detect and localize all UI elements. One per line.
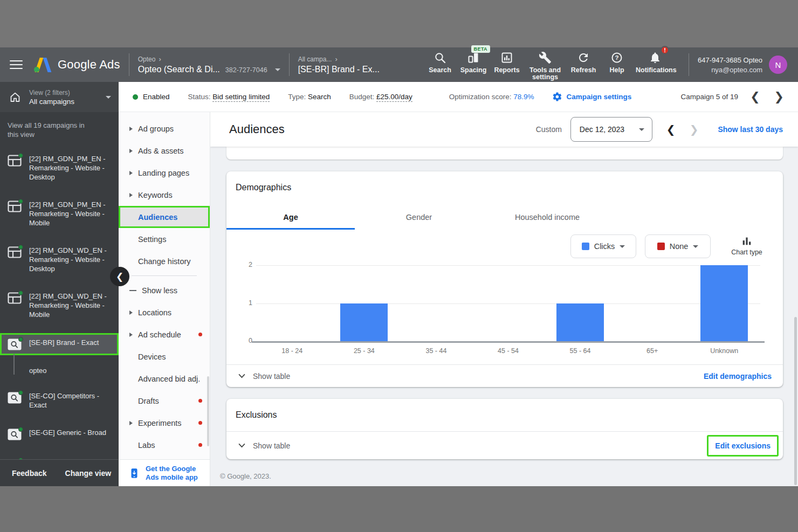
menu-item-advanced-bid-adj-[interactable]: Advanced bid adj. [119, 368, 210, 390]
update-dot [198, 399, 202, 403]
nav-label: Help [609, 67, 624, 74]
feedback-button[interactable]: Feedback [12, 469, 47, 478]
menu-item-show-less[interactable]: Show less [119, 279, 210, 301]
exclusions-card: Exclusions Show table Edit exclusions [226, 399, 783, 459]
menu-item-devices[interactable]: Devices [119, 346, 210, 368]
x-axis-label: 55 - 64 [551, 347, 610, 355]
tab-age[interactable]: Age [226, 205, 355, 230]
edit-demographics-link[interactable]: Edit demographics [704, 372, 772, 381]
bar-25-34 [340, 303, 388, 342]
secondary-metric-dropdown[interactable]: None [645, 234, 711, 258]
chevron-right-icon: › [335, 55, 337, 63]
chevron-right-icon: › [159, 55, 161, 63]
primary-metric-swatch [582, 243, 589, 250]
gear-icon [552, 92, 562, 102]
optimization-score-value[interactable]: 78.9% [513, 93, 534, 101]
tools-and-settings-button[interactable]: Tools and settings [524, 49, 567, 81]
spacing-button[interactable]: BETASpacing [457, 49, 490, 74]
svg-text:?: ? [615, 54, 619, 61]
primary-metric-dropdown[interactable]: Clicks [570, 234, 636, 258]
menu-item-settings[interactable]: Settings [119, 228, 210, 250]
campaign-label: opteo [29, 366, 111, 375]
previous-campaign-button[interactable]: ❮ [750, 91, 760, 103]
account-phone: 647-947-3685 Opteo [698, 56, 762, 64]
mobile-app-promo[interactable]: Get the Google Ads mobile app [119, 459, 210, 486]
menu-item-labs[interactable]: Labs [119, 434, 210, 456]
chart-type-label: Chart type [731, 248, 762, 256]
exclusions-footer: Show table Edit exclusions [226, 431, 783, 459]
campaign-item[interactable]: [SE-CO] Competitors - Exact [0, 387, 119, 414]
menu-item-ad-groups[interactable]: Ad groups [119, 118, 210, 140]
show-table-toggle[interactable]: Show table [238, 372, 290, 381]
account-info: 647-947-3685 Opteo nya@opteo.com [698, 56, 762, 74]
collapse-sidebar-button[interactable]: ❮ [110, 267, 129, 286]
menu-item-keywords[interactable]: Keywords [119, 184, 210, 206]
enabled-status-dot [18, 199, 23, 204]
notifications-button[interactable]: !Notifications [634, 49, 677, 74]
campaign-item[interactable]: [SE-GE] Generic - Broad - Audience targe… [0, 454, 119, 459]
next-campaign-button[interactable]: ❯ [774, 91, 784, 103]
campaign-item[interactable]: [SE-BR] Brand - Exact [0, 333, 119, 355]
campaign-item[interactable]: [22] RM_GDN_PM_EN - Remarketing - Websit… [0, 196, 119, 232]
campaign-label: [SE-BR] Brand - Exact [29, 338, 111, 350]
menu-item-audiences[interactable]: Audiences [119, 206, 210, 228]
tab-gender[interactable]: Gender [355, 205, 483, 230]
campaign-item[interactable]: [22] RM_GDN_WD_EN - Remarketing - Websit… [0, 287, 119, 323]
menu-item-drafts[interactable]: Drafts [119, 390, 210, 412]
main-content: Audiences Custom Dec 12, 2023 ❮ ❯ Show l… [210, 112, 798, 486]
search-campaign-icon [8, 392, 22, 404]
x-axis-label: 65+ [623, 347, 682, 355]
show-last-30-days-link[interactable]: Show last 30 days [718, 125, 783, 134]
campaign-name[interactable]: [SE-BR] Brand - Ex... [298, 65, 380, 74]
date-picker[interactable]: Dec 12, 2023 [570, 117, 652, 142]
submenu-list: Ad groupsAds & assetsLanding pagesKeywor… [119, 112, 210, 459]
account-breadcrumb[interactable]: Opteo › Opteo (Search & Di... 382-727-70… [138, 55, 280, 74]
previous-date-button[interactable]: ❮ [666, 123, 676, 136]
chevron-down-icon [620, 245, 625, 248]
x-axis-line [252, 341, 765, 343]
next-date-button[interactable]: ❯ [690, 123, 699, 136]
notifications-bell-icon [649, 51, 662, 64]
campaign-item[interactable]: [22] RM_GDN_PM_EN - Remarketing - Websit… [0, 150, 119, 186]
account-name[interactable]: Opteo (Search & Di... [138, 65, 220, 74]
campaign-item[interactable]: [22] RM_GDN_WD_EN - Remarketing - Websit… [0, 241, 119, 278]
nav-label: Reports [494, 67, 519, 74]
change-view-button[interactable]: Change view [65, 469, 112, 478]
edit-exclusions-link[interactable]: Edit exclusions [715, 441, 771, 450]
home-icon[interactable] [9, 91, 22, 103]
status-value[interactable]: Bid setting limited [212, 93, 270, 102]
menu-item-ad-schedule[interactable]: Ad schedule [119, 323, 210, 346]
breadcrumb-all-campaigns[interactable]: All campa... [298, 56, 332, 63]
avatar[interactable]: N [769, 56, 787, 74]
campaign-item[interactable]: [SE-GE] Generic - Broad [0, 424, 119, 445]
tab-household-income[interactable]: Household income [483, 205, 611, 230]
budget-value[interactable]: £25.00/day [376, 93, 412, 102]
campaign-item[interactable]: opteo [0, 362, 119, 379]
google-ads-logo[interactable]: Google Ads [33, 56, 120, 74]
expand-caret-icon [129, 149, 133, 153]
help-button[interactable]: ?Help [600, 49, 634, 74]
main-menu-icon[interactable] [10, 60, 23, 69]
help-icon: ? [610, 51, 623, 64]
expand-caret-icon [129, 310, 133, 315]
demographics-title: Demographics [226, 171, 783, 192]
gridline [256, 265, 760, 266]
menu-item-landing-pages[interactable]: Landing pages [119, 162, 210, 184]
submenu-scrollbar[interactable] [207, 376, 209, 446]
reports-button[interactable]: Reports [490, 49, 524, 74]
menu-item-label: Ads & assets [138, 147, 184, 155]
refresh-button[interactable]: Refresh [567, 49, 600, 74]
search-button[interactable]: Search [423, 49, 457, 74]
show-table-toggle[interactable]: Show table [238, 441, 290, 450]
main-scrollbar[interactable] [794, 317, 797, 485]
menu-item-experiments[interactable]: Experiments [119, 412, 210, 434]
campaign-breadcrumb[interactable]: All campa... › [SE-BR] Brand - Ex... [298, 55, 380, 74]
menu-item-locations[interactable]: Locations [119, 301, 210, 323]
breadcrumb-parent[interactable]: Opteo [138, 56, 156, 63]
top-app-bar: Google Ads Opteo › Opteo (Search & Di...… [0, 47, 798, 82]
menu-item-ads-assets[interactable]: Ads & assets [119, 140, 210, 162]
menu-item-change-history[interactable]: Change history [119, 250, 210, 272]
campaign-settings-button[interactable]: Campaign settings [552, 92, 631, 102]
chart-type-button[interactable]: Chart type [730, 235, 763, 256]
view-switcher[interactable]: View (2 filters) All campaigns [0, 82, 119, 112]
